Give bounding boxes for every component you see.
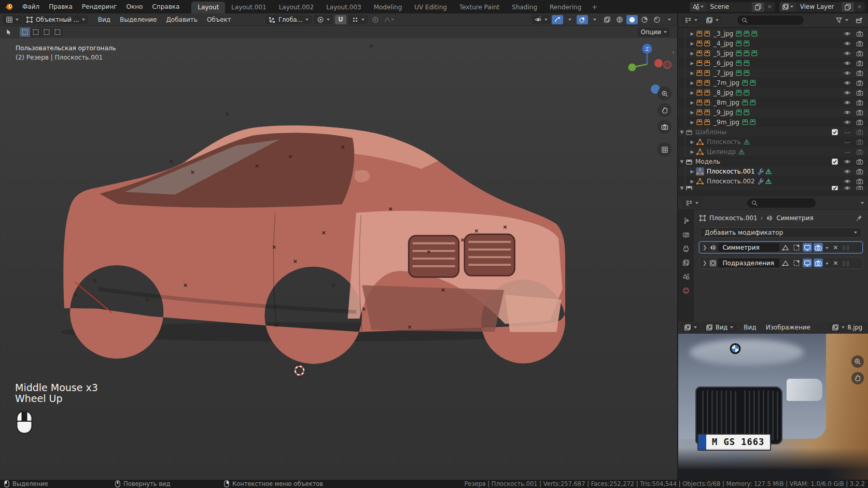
camera-icon[interactable]: [856, 79, 863, 87]
eye-icon[interactable]: [844, 128, 851, 136]
visibility-dropdown[interactable]: [531, 15, 551, 24]
tab-viewlayer-properties[interactable]: [682, 259, 690, 266]
tab-Layout.003[interactable]: Layout.003: [320, 2, 368, 13]
image-editor-menu-Вид[interactable]: Вид: [739, 322, 761, 333]
scene-copy-button[interactable]: [752, 2, 764, 12]
object-label[interactable]: _7m_jpg: [713, 79, 739, 87]
eye-icon[interactable]: [844, 69, 851, 77]
modifier-Симметрия[interactable]: ❯Симметрия✕⣿⣿: [699, 241, 863, 253]
object-label[interactable]: _5_jpg: [713, 50, 733, 57]
active-tool-icon[interactable]: [3, 27, 15, 37]
drag-handle[interactable]: ⣿⣿: [841, 261, 850, 266]
options-button[interactable]: Опции: [638, 27, 670, 37]
outliner-row-Плоскость[interactable]: ▶Плоскость: [678, 137, 868, 147]
tab-Texture Paint[interactable]: Texture Paint: [453, 2, 506, 13]
snap-with-dropdown[interactable]: [348, 15, 368, 24]
outliner-row-Плоскость.001[interactable]: ▶Плоскость.001: [678, 166, 868, 176]
view-layer-remove-button[interactable]: ✕: [854, 4, 865, 10]
delete-modifier-button[interactable]: ✕: [831, 244, 839, 251]
add-workspace-button[interactable]: +: [587, 2, 601, 12]
eye-icon[interactable]: [844, 158, 851, 165]
outliner-row-Модель[interactable]: ▼Модель: [678, 156, 868, 166]
outliner-row-_8_jpg[interactable]: ▶_8_jpg: [678, 88, 868, 97]
editor-type-button[interactable]: [3, 15, 22, 24]
shading-wireframe-button[interactable]: [614, 15, 625, 24]
expand-arrow[interactable]: ▶: [689, 149, 696, 154]
object-label[interactable]: _4_jpg: [713, 40, 733, 47]
eye-icon[interactable]: [844, 99, 851, 106]
object-label[interactable]: _9_jpg: [713, 109, 733, 116]
camera-view-button[interactable]: [657, 120, 671, 134]
image-zoom-button[interactable]: [851, 355, 864, 368]
outliner-display-mode[interactable]: [681, 16, 701, 25]
viewport-canvas[interactable]: Пользовательская ортогональ (2) Резерв |…: [0, 38, 677, 480]
eye-icon[interactable]: [844, 30, 851, 37]
outliner-row-Цилиндр[interactable]: ▶Цилиндр: [678, 147, 868, 156]
proportional-edit-toggle[interactable]: [370, 15, 381, 24]
scene-name[interactable]: Scene: [706, 3, 752, 10]
reference-photo[interactable]: M GS 1663: [678, 334, 868, 480]
expand-arrow[interactable]: ▶: [689, 41, 696, 46]
new-collection-button[interactable]: [853, 16, 865, 25]
object-label[interactable]: _6_jpg: [713, 60, 733, 67]
expand-arrow[interactable]: ▶: [689, 100, 696, 105]
object-label[interactable]: Плоскость: [707, 138, 741, 146]
camera-icon[interactable]: [856, 158, 863, 165]
outliner-row-partial[interactable]: ▼: [678, 186, 868, 190]
menu-Окно[interactable]: Окно: [122, 2, 148, 12]
select-mode-box[interactable]: [31, 27, 41, 37]
outliner-filter-id-type[interactable]: [703, 16, 722, 25]
camera-icon[interactable]: [856, 60, 863, 67]
modifier-name-field[interactable]: Подразделения: [718, 259, 779, 267]
camera-icon[interactable]: [856, 89, 863, 96]
expand-arrow[interactable]: ▼: [678, 159, 685, 164]
eye-icon[interactable]: [844, 60, 851, 67]
expand-modifier-button[interactable]: ❯: [702, 245, 708, 250]
zoom-button[interactable]: [657, 87, 671, 101]
menu-Правка[interactable]: Правка: [44, 2, 77, 12]
expand-arrow[interactable]: ▼: [678, 186, 685, 190]
menu-Рендеринг[interactable]: Рендеринг: [77, 2, 122, 12]
eye-icon[interactable]: [844, 79, 851, 87]
shading-dropdown[interactable]: [664, 15, 675, 24]
object-label[interactable]: _3_jpg: [713, 30, 733, 37]
view-layer-name[interactable]: View Layer: [796, 3, 842, 10]
add-modifier-button[interactable]: Добавить модификатор: [700, 227, 862, 238]
mode-selector[interactable]: Объектный ...: [23, 15, 88, 24]
show-on-cage-toggle[interactable]: [781, 259, 790, 267]
view-layer-copy-button[interactable]: [842, 2, 854, 12]
shading-solid-button[interactable]: [626, 15, 638, 24]
camera-icon[interactable]: [856, 109, 863, 116]
expand-arrow[interactable]: ▶: [689, 139, 696, 145]
camera-icon[interactable]: [856, 186, 863, 190]
expand-arrow[interactable]: ▶: [689, 110, 696, 115]
expand-modifier-button[interactable]: ❯: [702, 260, 708, 266]
show-realtime-toggle[interactable]: [803, 259, 812, 267]
camera-icon[interactable]: [856, 30, 863, 37]
snap-toggle[interactable]: [335, 15, 346, 24]
drag-handle[interactable]: ⣿⣿: [841, 245, 850, 250]
image-selector[interactable]: 8.jpg: [829, 323, 865, 332]
outliner-row-_9_jpg[interactable]: ▶_9_jpg: [678, 107, 868, 117]
camera-icon[interactable]: [856, 69, 863, 77]
breadcrumb-object[interactable]: Плоскость.001: [709, 214, 758, 222]
show-render-toggle[interactable]: [814, 243, 823, 252]
eye-icon[interactable]: [844, 178, 851, 185]
camera-icon[interactable]: [856, 40, 863, 47]
expand-arrow[interactable]: ▶: [689, 90, 696, 95]
show-in-edit-mode-toggle[interactable]: [792, 259, 801, 267]
expand-arrow[interactable]: ▶: [689, 179, 696, 184]
falloff-dropdown[interactable]: [383, 15, 395, 24]
outliner-row-_7m_jpg[interactable]: ▶_7m_jpg: [678, 78, 868, 88]
expand-arrow[interactable]: ▶: [689, 120, 696, 125]
camera-icon[interactable]: [856, 128, 863, 136]
show-on-cage-toggle[interactable]: [781, 243, 790, 252]
camera-icon[interactable]: [856, 99, 863, 106]
expand-arrow[interactable]: ▶: [689, 80, 696, 85]
expand-arrow[interactable]: ▼: [678, 130, 685, 135]
shading-rendered-button[interactable]: [651, 15, 663, 24]
eye-icon[interactable]: [844, 50, 851, 57]
gizmo-toggle[interactable]: [552, 15, 563, 24]
viewport-menu-Вид[interactable]: Вид: [93, 15, 115, 25]
checkbox-icon[interactable]: [831, 128, 838, 136]
